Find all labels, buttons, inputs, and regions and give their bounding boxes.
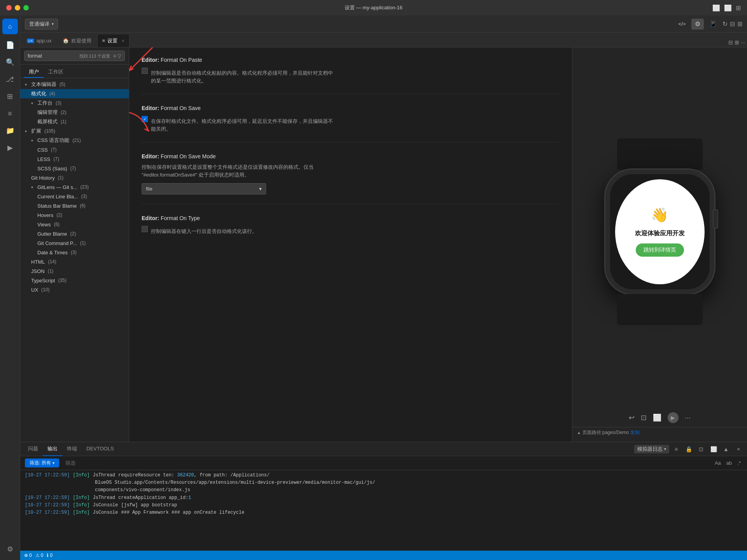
close-window-button[interactable] (6, 5, 12, 10)
tree-item-html[interactable]: HTML (14) (20, 257, 129, 266)
settings-tab-workspace[interactable]: 工作区 (44, 67, 68, 78)
bottom-tab-output[interactable]: 输出 (43, 442, 62, 456)
grid-icon[interactable]: ⊞ (736, 4, 741, 12)
tree-item-css[interactable]: CSS (7) (20, 145, 129, 154)
tree-item-editor-management[interactable]: 编辑管理 (2) (20, 108, 129, 117)
editor-layout-icon[interactable]: ⊞ (735, 39, 739, 46)
collapse-icon[interactable]: ⊟ (730, 20, 735, 28)
layers-icon: ≡ (8, 110, 12, 118)
collapse-panel-btn[interactable]: ▲ (721, 444, 731, 455)
tab-close-button[interactable]: × (121, 38, 124, 44)
tree-item-gutter-blame[interactable]: Gutter Blame (2) (20, 229, 129, 238)
tree-item-status-bar-blame[interactable]: Status Bar Blame (6) (20, 201, 129, 210)
tree-section-workbench[interactable]: ▾ 工作台 (3) (20, 98, 129, 108)
activity-icon-folder[interactable]: 📁 (2, 123, 18, 138)
code-view-btn[interactable]: </> (676, 19, 688, 30)
tabs-bar: UX app.ux 🏠 欢迎使用 ≡ 设置 × ⊟ ⊞ ··· (20, 33, 747, 47)
undo-icon[interactable]: ↩ (629, 413, 635, 422)
tree-section-extensions[interactable]: ▾ 扩展 (105) (20, 126, 129, 136)
git-icon: ⎇ (6, 75, 14, 84)
activity-icon-extensions[interactable]: ⊞ (2, 89, 18, 104)
format-mode-select[interactable]: file ▾ (142, 183, 266, 194)
format-on-type-checkbox[interactable] (142, 226, 148, 232)
more-options-icon[interactable]: ··· (685, 414, 691, 422)
log-filter-input[interactable] (62, 459, 710, 467)
log-timestamp: [10-27 17:22:59] (25, 494, 70, 502)
tree-item-git-command[interactable]: Git Command P... (1) (20, 238, 129, 248)
info-count: 0 (50, 553, 53, 558)
bottom-tab-terminal[interactable]: 终端 (62, 442, 82, 456)
tree-item-ux[interactable]: UX (10) (20, 285, 129, 294)
window-controls[interactable] (6, 5, 29, 10)
breadcrumb-bar: ▲ 页面路径:pages/Demo 复制 (572, 427, 747, 438)
activity-icon-settings[interactable]: ⚙ (2, 541, 18, 557)
log-source-select[interactable]: 模拟器日志 ▾ (634, 445, 669, 453)
activity-icon-git[interactable]: ⎇ (2, 72, 18, 87)
activity-icon-home[interactable]: ⌂ (2, 19, 18, 34)
play-button[interactable]: ▶ (668, 412, 679, 423)
copy-log-btn[interactable]: ⊡ (696, 444, 707, 455)
tree-item-git-history[interactable]: Git History (1) (20, 173, 129, 182)
format-on-save-checkbox[interactable]: ✓ (142, 116, 148, 122)
layout-icon[interactable]: ⬜ (724, 4, 732, 12)
settings-tab-user[interactable]: 用户 (24, 67, 44, 78)
filter-icon[interactable]: ≡ (113, 53, 116, 59)
activity-icon-run[interactable]: ▶ (2, 140, 18, 156)
tree-section-text-editor[interactable]: ▾ 文本编辑器 (5) (20, 80, 129, 89)
split-editor-icon[interactable]: ⊟ (728, 39, 733, 46)
screenshot-icon[interactable]: ⬜ (653, 413, 661, 422)
split-view-btn[interactable]: ⚙ (691, 19, 704, 30)
match-word-btn[interactable]: ab (725, 459, 733, 467)
tree-item-current-line[interactable]: Current Line Bla... (3) (20, 192, 129, 201)
tree-item-label: Hovers (37, 212, 53, 218)
clear-log-btn[interactable]: ≡ (671, 444, 682, 455)
preview-btn[interactable]: 📱 (707, 19, 719, 30)
tab-app-ux[interactable]: UX app.ux (22, 34, 57, 47)
filter-all-btn[interactable]: 筛选: 所有 ▾ (25, 458, 59, 467)
activity-icon-explorer[interactable]: 📄 (2, 37, 18, 53)
minimize-window-button[interactable] (15, 5, 20, 10)
close-panel-btn[interactable]: × (733, 444, 744, 455)
watch-button[interactable]: 跳转到详情页 (636, 243, 684, 257)
activity-bar: ⌂ 📄 🔍 ⎇ ⊞ ≡ 📁 ▶ ⚙ (0, 16, 20, 560)
titlebar-right-area: ⬜ ⬜ ⊞ (712, 4, 741, 12)
refresh-icon[interactable]: ↻ (722, 20, 728, 28)
more-tabs-icon[interactable]: ··· (741, 39, 745, 46)
tree-section-css-lang[interactable]: ▾ CSS 语言功能 (21) (20, 136, 129, 145)
tree-item-formatting[interactable]: 格式化 (4) (20, 89, 129, 98)
tree-item-screencast[interactable]: 截屏模式 (1) (20, 117, 129, 126)
status-errors[interactable]: ⊗ 0 ⚠ 0 ℹ 0 (24, 553, 53, 558)
tree-item-typescript[interactable]: TypeScript (35) (20, 276, 129, 285)
tab-welcome[interactable]: 🏠 欢迎使用 (58, 34, 96, 47)
activity-icon-search[interactable]: 🔍 (2, 54, 18, 70)
match-case-btn[interactable]: Aa (713, 459, 722, 467)
tree-item-hovers[interactable]: Hovers (2) (20, 210, 129, 220)
tree-item-label: JSON (31, 268, 45, 274)
activity-icon-layers[interactable]: ≡ (2, 106, 18, 121)
monitor-icon[interactable]: ⬜ (712, 4, 720, 12)
tabs-actions: ⊟ ⊞ ··· (728, 39, 745, 47)
bottom-tab-devtools[interactable]: DEVTOOLS (82, 442, 119, 456)
regex-btn[interactable]: .* (736, 459, 742, 467)
bottom-tab-problems[interactable]: 问题 (23, 442, 43, 456)
expand-arrow-icon: ▾ (25, 129, 30, 133)
tree-section-gitlens[interactable]: ▾ GitLens — Git s... (23) (20, 182, 129, 192)
expand-icon[interactable]: ⊞ (737, 20, 742, 28)
tree-item-less[interactable]: LESS (7) (20, 154, 129, 164)
format-on-paste-checkbox[interactable] (142, 68, 148, 74)
crop-icon[interactable]: ⊡ (641, 413, 647, 422)
lock-btn[interactable]: 🔒 (683, 444, 694, 455)
breadcrumb-copy-btn[interactable]: 复制 (630, 429, 640, 436)
tree-item-json[interactable]: JSON (1) (20, 266, 129, 276)
tab-settings[interactable]: ≡ 设置 × (97, 34, 130, 47)
log-level: [Info] (73, 472, 89, 479)
tree-item-views[interactable]: Views (6) (20, 220, 129, 229)
tree-item-date-times[interactable]: Date & Times (3) (20, 248, 129, 257)
log-message: [jsfw] app bootstrap (121, 502, 177, 509)
new-panel-btn[interactable]: ⬜ (708, 444, 719, 455)
clear-filter-icon[interactable]: ▽ (117, 53, 121, 59)
compile-mode-select[interactable]: 普通编译 ▾ (25, 19, 58, 30)
maximize-window-button[interactable] (23, 5, 29, 10)
expand-arrow-icon: ▾ (31, 185, 36, 189)
tree-item-scss[interactable]: SCSS (Sass) (7) (20, 164, 129, 173)
